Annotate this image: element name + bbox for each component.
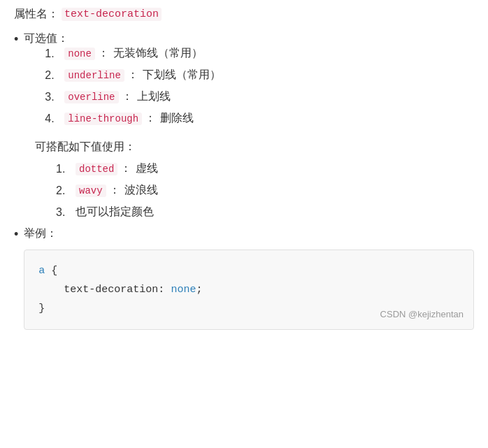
code-line-through: line-through (64, 113, 142, 125)
desc-color: 也可以指定颜色 (76, 205, 154, 219)
bullet-dot-1: • (14, 32, 18, 47)
desc-underline: 下划线（常用） (143, 68, 221, 82)
code-none: none (64, 48, 95, 60)
code-dotted: dotted (76, 163, 117, 175)
code-value: none (171, 284, 196, 296)
code-watermark: CSDN @kejizhentan (380, 306, 464, 322)
list-item: 3. 也可以指定颜色 (56, 205, 474, 219)
list-item: 2. wavy ： 波浪线 (56, 183, 474, 198)
property-name-value: text-decoration (62, 8, 162, 21)
colon: ： (127, 68, 138, 82)
property-line: 属性名： text-decoration (14, 7, 474, 22)
list-number: 1. (56, 163, 70, 175)
code-semicolon: ; (196, 284, 202, 296)
optional-values-title: 可选值： (24, 31, 474, 46)
colon: ： (120, 161, 131, 176)
list-item: 1. none ： 无装饰线（常用） (45, 46, 474, 61)
code-line-property: text-decoration: none; (38, 280, 459, 299)
code-block: a { text-decoration: none; } CSDN @kejiz… (24, 250, 474, 330)
list-item: 2. underline ： 下划线（常用） (45, 68, 474, 82)
list-item: 3. overline ： 上划线 (45, 89, 474, 104)
desc-line-through: 删除线 (160, 111, 194, 126)
colon: ： (109, 183, 120, 198)
code-line-selector: a { (38, 261, 459, 280)
colon: ： (98, 46, 109, 61)
code-open-brace: { (45, 265, 57, 277)
list-number: 3. (56, 206, 70, 219)
list-item: 4. line-through ： 删除线 (45, 111, 474, 126)
desc-dotted: 虚线 (136, 161, 158, 176)
optional-values-list: 1. none ： 无装饰线（常用） 2. underline ： 下划线（常用… (45, 46, 474, 126)
colon: ： (122, 89, 133, 104)
list-number: 2. (56, 185, 70, 197)
code-selector: a (38, 265, 45, 277)
code-wavy: wavy (76, 185, 106, 197)
list-number: 2. (45, 69, 59, 82)
optional-values-section: • 可选值： 1. none ： 无装饰线（常用） 2. underline ：… (14, 31, 474, 133)
list-number: 3. (45, 91, 59, 103)
desc-none: 无装饰线（常用） (113, 46, 203, 61)
compatible-values-title: 可搭配如下值使用： (35, 140, 474, 154)
list-item: 1. dotted ： 虚线 (56, 161, 474, 176)
desc-wavy: 波浪线 (124, 183, 158, 198)
code-property: text-decoration (64, 284, 158, 296)
desc-overline: 上划线 (137, 89, 171, 104)
colon: ： (145, 111, 156, 126)
example-section: • 举例： a { text-decoration: none; } CSDN … (14, 226, 474, 330)
code-colon: : (158, 284, 171, 296)
code-indent (38, 284, 64, 296)
compatible-values-list: 1. dotted ： 虚线 2. wavy ： 波浪线 3. 也可以指定颜色 (56, 161, 474, 219)
property-label: 属性名： (14, 7, 59, 22)
list-number: 4. (45, 113, 59, 125)
code-close-brace: } (38, 303, 45, 315)
code-underline: underline (64, 69, 124, 82)
bullet-dot-2: • (14, 227, 18, 242)
example-label: 举例： (24, 227, 57, 239)
code-overline: overline (64, 91, 118, 103)
list-number: 1. (45, 48, 59, 60)
